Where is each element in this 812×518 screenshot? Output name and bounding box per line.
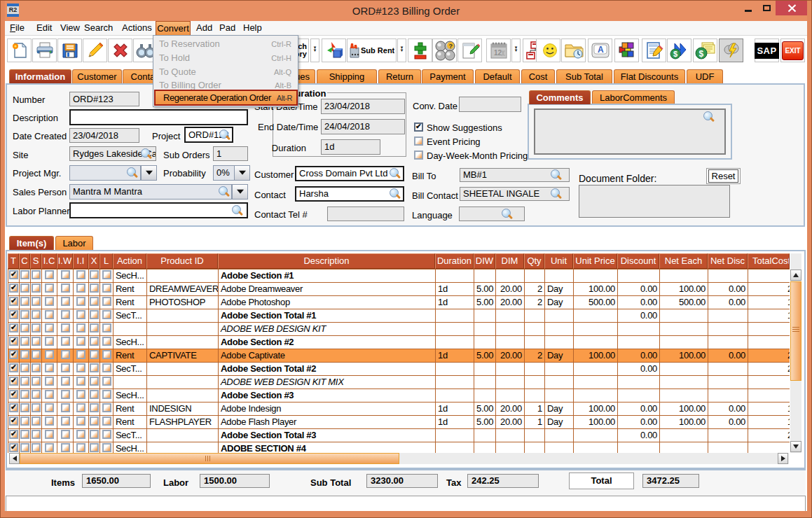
svg-text:Sub Rent: Sub Rent	[361, 46, 394, 55]
svg-text:?: ?	[448, 43, 453, 50]
svg-text:A: A	[598, 45, 604, 55]
svg-text:12: 12	[494, 49, 502, 57]
svg-text:$: $	[673, 50, 677, 58]
svg-text:$: $	[699, 49, 703, 59]
